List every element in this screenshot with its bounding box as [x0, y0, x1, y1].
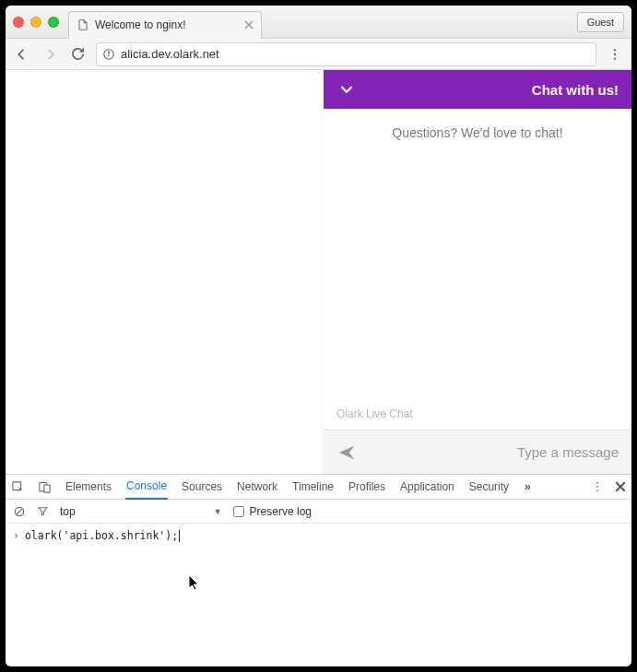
titlebar: Welcome to nginx! Guest — [6, 6, 631, 39]
back-button[interactable] — [13, 45, 31, 64]
close-tab-icon[interactable] — [244, 20, 254, 29]
svg-point-5 — [614, 57, 616, 59]
url-text: alicia.dev.olark.net — [121, 47, 219, 61]
page-icon — [77, 18, 89, 31]
site-info-icon[interactable] — [102, 48, 115, 61]
close-window-button[interactable] — [13, 17, 24, 28]
mouse-cursor-icon — [188, 574, 201, 593]
chevron-down-icon[interactable] — [336, 79, 357, 100]
svg-point-11 — [596, 489, 598, 491]
tab-security[interactable]: Security — [468, 475, 510, 500]
preserve-log-input[interactable] — [233, 506, 244, 517]
address-bar[interactable]: alicia.dev.olark.net — [96, 42, 596, 66]
chat-header[interactable]: Chat with us! — [324, 70, 631, 109]
devtools-menu-icon[interactable] — [591, 480, 604, 493]
console-prompt-icon: › — [13, 529, 19, 542]
chat-header-title: Chat with us! — [532, 82, 619, 98]
forward-button[interactable] — [41, 45, 59, 64]
chat-input-placeholder[interactable]: Type a message — [517, 444, 619, 460]
devtools-close-icon[interactable] — [615, 481, 626, 492]
browser-toolbar: alicia.dev.olark.net — [6, 39, 631, 70]
tab-title: Welcome to nginx! — [95, 18, 186, 31]
device-toolbar-icon[interactable] — [38, 480, 52, 494]
text-caret — [179, 530, 180, 542]
svg-point-4 — [614, 53, 616, 54]
chat-branding: Olark Live Chat — [336, 407, 413, 420]
minimize-window-button[interactable] — [30, 17, 41, 28]
svg-rect-8 — [44, 485, 50, 492]
maximize-window-button[interactable] — [48, 17, 59, 28]
svg-point-2 — [108, 52, 109, 53]
browser-window: Welcome to nginx! Guest alicia.dev.olark… — [6, 6, 631, 666]
guest-label: Guest — [587, 17, 614, 28]
send-icon[interactable] — [336, 442, 357, 463]
tab-timeline[interactable]: Timeline — [291, 475, 335, 500]
svg-point-9 — [596, 482, 598, 484]
reload-button[interactable] — [68, 45, 87, 64]
chat-input-bar: Type a message — [324, 430, 631, 474]
devtools-panel: Elements Console Sources Network Timelin… — [6, 474, 631, 666]
tabs-overflow-icon[interactable]: » — [525, 480, 531, 493]
tab-network[interactable]: Network — [236, 475, 278, 500]
window-controls — [13, 17, 59, 28]
chat-body: Olark Live Chat — [324, 140, 631, 430]
dropdown-triangle-icon: ▼ — [214, 507, 222, 516]
tab-application[interactable]: Application — [399, 475, 455, 500]
devtools-tabs: Elements Console Sources Network Timelin… — [6, 475, 631, 500]
console-input-line[interactable]: › olark('api.box.shrink'); — [13, 529, 624, 542]
chat-widget: Chat with us! Questions? We'd love to ch… — [324, 70, 631, 474]
tab-elements[interactable]: Elements — [65, 475, 112, 500]
svg-point-3 — [614, 49, 616, 51]
context-selector[interactable]: top ▼ — [60, 505, 222, 518]
browser-menu-button[interactable] — [606, 45, 624, 64]
svg-point-10 — [596, 486, 598, 488]
inspect-element-icon[interactable] — [11, 480, 25, 494]
console-toolbar: top ▼ Preserve log — [6, 500, 631, 524]
preserve-log-checkbox[interactable]: Preserve log — [233, 505, 312, 518]
profile-guest-button[interactable]: Guest — [577, 12, 624, 32]
console-body[interactable]: › olark('api.box.shrink'); — [6, 524, 631, 666]
browser-tab[interactable]: Welcome to nginx! — [68, 11, 262, 39]
console-input-text: olark('api.box.shrink'); — [25, 529, 178, 542]
tab-profiles[interactable]: Profiles — [348, 475, 386, 500]
page-content: Chat with us! Questions? We'd love to ch… — [6, 70, 631, 474]
chat-prompt: Questions? We'd love to chat! — [324, 109, 631, 140]
filter-icon[interactable] — [37, 505, 49, 517]
tab-sources[interactable]: Sources — [181, 475, 223, 500]
clear-console-icon[interactable] — [13, 505, 26, 518]
tab-console[interactable]: Console — [125, 475, 168, 500]
